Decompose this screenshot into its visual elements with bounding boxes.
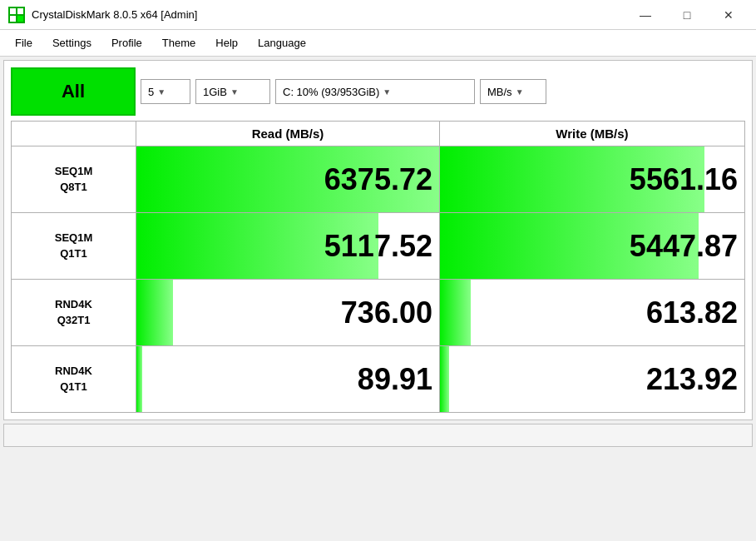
drive-dropdown[interactable]: C: 10% (93/953GiB) ▼ [275,79,475,104]
row-label: SEQ1MQ1T1 [12,213,136,280]
size-value: 1GiB [203,86,227,98]
table-row: SEQ1MQ8T16375.725561.16 [12,146,745,213]
write-cell: 613.82 [439,280,744,346]
svg-rect-3 [10,16,16,22]
header-empty [12,122,136,146]
count-value: 5 [148,86,154,98]
maximize-button[interactable]: □ [668,5,706,25]
write-value: 5561.16 [630,162,738,197]
read-cell: 736.00 [136,280,440,346]
count-dropdown[interactable]: 5 ▼ [141,79,190,104]
unit-arrow: ▼ [516,87,524,97]
header-read: Read (MB/s) [136,122,440,146]
drive-arrow: ▼ [383,87,391,97]
write-cell: 213.92 [439,346,744,413]
menu-theme[interactable]: Theme [154,33,204,52]
table-header-row: Read (MB/s) Write (MB/s) [12,122,745,146]
menu-settings[interactable]: Settings [44,33,100,52]
write-value: 613.82 [646,295,738,330]
title-bar-left: CrystalDiskMark 8.0.5 x64 [Admin] [8,7,197,23]
status-bar [3,424,753,447]
table-row: RND4KQ1T189.91213.92 [12,346,745,413]
menu-help[interactable]: Help [207,33,246,52]
table-row: RND4KQ32T1736.00613.82 [12,280,745,346]
row-label: SEQ1MQ8T1 [12,146,136,213]
title-bar: CrystalDiskMark 8.0.5 x64 [Admin] — □ ✕ [0,0,756,30]
drive-value: C: 10% (93/953GiB) [283,86,379,98]
count-arrow: ▼ [157,87,166,97]
write-value: 213.92 [646,362,738,397]
read-cell: 6375.72 [136,146,440,213]
read-value: 89.91 [358,362,432,397]
read-cell: 5117.52 [136,213,440,280]
app-icon [8,7,25,23]
menu-profile[interactable]: Profile [103,33,151,52]
svg-rect-1 [10,8,16,14]
unit-dropdown[interactable]: MB/s ▼ [480,79,546,104]
title-bar-controls: — □ ✕ [626,5,748,25]
menu-bar: File Settings Profile Theme Help Languag… [0,30,756,57]
read-value: 6375.72 [324,162,432,197]
menu-file[interactable]: File [7,33,41,52]
write-cell: 5561.16 [439,146,744,213]
write-value: 5447.87 [630,229,738,264]
app-title: CrystalDiskMark 8.0.5 x64 [Admin] [32,8,197,21]
svg-rect-4 [17,16,23,22]
write-cell: 5447.87 [439,213,744,280]
row-label: RND4KQ32T1 [12,280,136,346]
read-value: 5117.52 [324,229,432,264]
row-label: RND4KQ1T1 [12,346,136,413]
unit-value: MB/s [487,86,512,98]
svg-rect-2 [17,8,23,14]
table-row: SEQ1MQ1T15117.525447.87 [12,213,745,280]
all-button[interactable]: All [11,67,136,116]
minimize-button[interactable]: — [626,5,665,25]
size-arrow: ▼ [230,87,239,97]
main-content: All 5 ▼ 1GiB ▼ C: 10% (93/953GiB) ▼ MB/s… [3,60,753,420]
controls-row: All 5 ▼ 1GiB ▼ C: 10% (93/953GiB) ▼ MB/s… [11,67,745,116]
read-value: 736.00 [341,295,432,330]
size-dropdown[interactable]: 1GiB ▼ [195,79,270,104]
read-cell: 89.91 [136,346,440,413]
benchmark-table: Read (MB/s) Write (MB/s) SEQ1MQ8T16375.7… [11,121,745,413]
menu-language[interactable]: Language [250,33,314,52]
header-write: Write (MB/s) [439,122,744,146]
close-button[interactable]: ✕ [709,5,748,25]
